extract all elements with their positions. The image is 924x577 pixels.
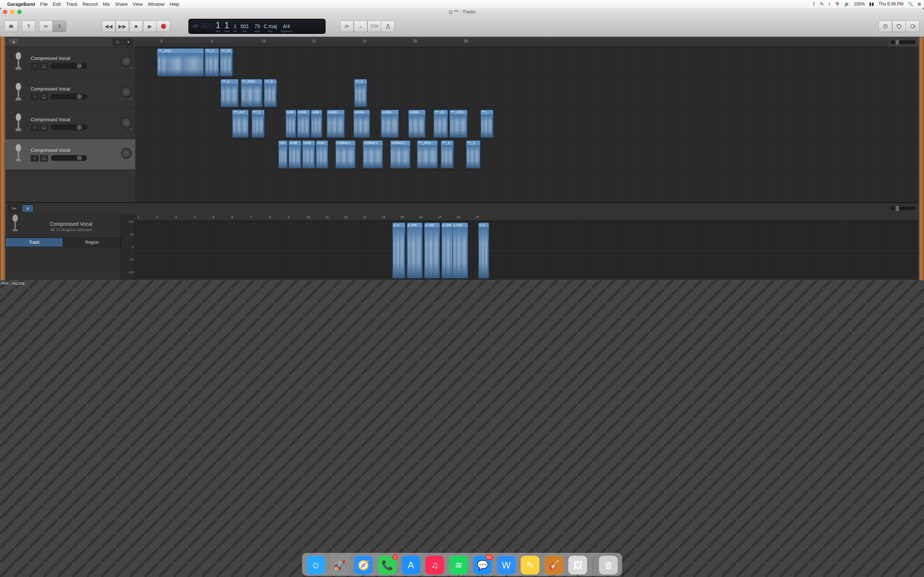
svg-rect-20: [18, 151, 19, 160]
pan-knob[interactable]: [121, 117, 132, 128]
audio-region[interactable]: ***_5#03: [241, 79, 262, 107]
mute-button[interactable]: ⌇: [31, 155, 39, 161]
track-header[interactable]: Compressed Vocal ⌇ 🎧 LR: [5, 78, 135, 108]
audio-region[interactable]: Untitle: [381, 110, 399, 138]
metronome-button[interactable]: [381, 21, 395, 32]
add-track-button[interactable]: +: [8, 38, 19, 46]
audio-region[interactable]: ***_2#2: [232, 110, 249, 138]
lcd-display[interactable]: ♪⏲ 001 1bar 1beat 1div 001tick 75bpm C m…: [188, 19, 326, 34]
app-menu[interactable]: GarageBand: [7, 2, 35, 7]
svg-point-3: [44, 26, 45, 27]
audio-region[interactable]: ***_2: [252, 110, 265, 138]
solo-button[interactable]: 🎧: [40, 155, 48, 161]
library-button[interactable]: [4, 21, 18, 32]
cycle-button[interactable]: ⟳: [340, 21, 354, 32]
solo-button[interactable]: 🎧: [40, 63, 48, 69]
track-header[interactable]: Compressed Vocal ⌇ 🎧 LR: [5, 108, 135, 139]
audio-region[interactable]: ***_4: [466, 140, 480, 168]
pan-knob[interactable]: [121, 87, 132, 97]
mute-button[interactable]: ⌇: [31, 124, 39, 131]
audio-region[interactable]: Untitled 1: [335, 140, 355, 168]
editors-button[interactable]: [53, 21, 66, 32]
menu-share[interactable]: Share: [115, 2, 128, 7]
editor-audio-region[interactable]: ▸ U: [478, 222, 489, 279]
audio-region[interactable]: Untitl: [302, 140, 315, 168]
volume-slider[interactable]: [51, 63, 87, 69]
window-minimize[interactable]: [10, 10, 15, 14]
solo-button[interactable]: 🎧: [40, 124, 48, 131]
audio-region[interactable]: Untitled 1: [390, 140, 410, 168]
play-button[interactable]: ▶: [143, 21, 157, 32]
editor-audio-region[interactable]: ▸ U: [393, 222, 405, 279]
editor-tab-track[interactable]: Track: [5, 238, 63, 247]
stop-button[interactable]: ■: [129, 21, 143, 32]
mute-button[interactable]: ⌇: [31, 63, 39, 69]
countin-button[interactable]: 1234: [367, 21, 381, 32]
svg-point-11: [16, 83, 21, 90]
window-close[interactable]: [3, 10, 7, 14]
menu-help[interactable]: Help: [170, 2, 179, 7]
menu-edit[interactable]: Edit: [53, 2, 61, 7]
track-header[interactable]: Compressed Vocal ⌇ 🎧 LR: [5, 139, 135, 170]
editor-audio-region[interactable]: ▸ Unti: [452, 222, 468, 279]
audio-region[interactable]: ***_2#22: [157, 48, 204, 76]
timeline-ruler[interactable]: 591317212529: [135, 37, 534, 47]
svg-point-4: [46, 26, 48, 27]
audio-region[interactable]: Untitl: [288, 140, 301, 168]
menu-file[interactable]: File: [40, 2, 48, 7]
editor-scissors-button[interactable]: ✂: [8, 205, 20, 213]
arrange-area[interactable]: ***_2#22***_2***_5#***_5***_5#03***_5***…: [135, 47, 534, 202]
editor-flex-button[interactable]: ▾: [22, 205, 34, 213]
audio-region[interactable]: Untit: [286, 110, 296, 138]
editor-audio-region[interactable]: ▸ Unti: [407, 222, 423, 279]
audio-region[interactable]: Unt: [278, 140, 288, 168]
smart-controls-button[interactable]: [39, 21, 53, 32]
pan-knob[interactable]: [121, 56, 132, 67]
audio-region[interactable]: Untitl: [297, 110, 310, 138]
garageband-window: ▧ *** - Tracks ? ◀◀ ▶▶ ■ ▶ ♪⏲ 001 1bar 1…: [0, 8, 534, 280]
audio-region[interactable]: Untitle: [327, 110, 345, 138]
volume-slider[interactable]: [51, 124, 87, 130]
rewind-button[interactable]: ◀◀: [102, 21, 115, 32]
window-zoom[interactable]: [17, 10, 22, 14]
svg-rect-14: [15, 100, 22, 101]
audio-region[interactable]: ***_4#11: [417, 140, 438, 168]
editor-ruler[interactable]: 12345678910111213141516171819: [135, 214, 534, 221]
audio-region[interactable]: Untitle: [408, 110, 426, 138]
menu-record[interactable]: Record: [82, 2, 98, 7]
track-header[interactable]: Compressed Vocal ⌇ 🎧 LR: [5, 47, 135, 78]
solo-button[interactable]: 🎧: [40, 94, 48, 100]
menu-mix[interactable]: Mix: [103, 2, 110, 7]
forward-button[interactable]: ▶▶: [115, 21, 129, 32]
editor-waveform-area[interactable]: 12345678910111213141516171819 ▸ U▸ Unti▸…: [135, 214, 534, 280]
audio-region[interactable]: ***_2: [205, 48, 219, 76]
volume-slider[interactable]: [51, 94, 87, 100]
menu-view[interactable]: View: [133, 2, 143, 7]
audio-region[interactable]: ***_2#11: [449, 110, 467, 138]
window-titlebar[interactable]: ▧ *** - Tracks: [0, 8, 534, 16]
audio-region[interactable]: Untit: [311, 110, 322, 138]
audio-region[interactable]: ***_5#: [220, 48, 233, 76]
menu-window[interactable]: Window: [148, 2, 165, 7]
audio-region[interactable]: Untit: [316, 140, 328, 168]
catch-button[interactable]: ▾: [124, 39, 133, 46]
audio-region[interactable]: Untitle: [353, 110, 370, 138]
volume-slider[interactable]: [51, 155, 87, 161]
audio-region[interactable]: ***_5: [354, 79, 367, 107]
desktop-file-label[interactable]: verte...svg.png: [1, 281, 24, 285]
automation-button[interactable]: ⬡: [113, 39, 122, 46]
audio-region[interactable]: ***_: [480, 110, 493, 138]
pan-knob[interactable]: [121, 148, 132, 159]
tuner-button[interactable]: [354, 21, 367, 32]
quickhelp-button[interactable]: ?: [22, 21, 36, 32]
audio-region[interactable]: ***_5: [221, 79, 239, 107]
record-button[interactable]: [157, 21, 170, 32]
audio-region[interactable]: ***_4: [441, 140, 454, 168]
menu-track[interactable]: Track: [66, 2, 78, 7]
mute-button[interactable]: ⌇: [31, 94, 39, 100]
editor-tab-region[interactable]: Region: [63, 238, 121, 247]
audio-region[interactable]: ***_2#: [433, 110, 448, 138]
editor-audio-region[interactable]: ▸ Unti: [424, 222, 440, 279]
audio-region[interactable]: Untitled 1: [363, 140, 383, 168]
audio-region[interactable]: ***_5: [264, 79, 277, 107]
